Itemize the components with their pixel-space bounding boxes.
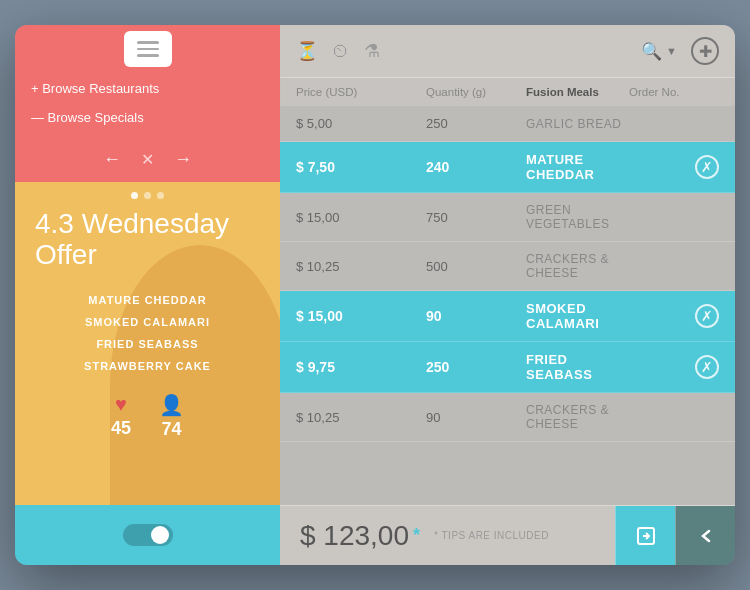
cell-price: $ 15,00 xyxy=(296,210,426,225)
remove-button[interactable]: ✗ xyxy=(695,155,719,179)
cell-name: MATURE CHEDDAR xyxy=(526,152,629,182)
cell-name: SMOKED CALAMARI xyxy=(526,301,629,331)
right-panel: ⏳ ⏲ ⚗ 🔍 ▼ ✚ Price (USD) Quantity (g) Fus… xyxy=(280,25,735,565)
search-chevron-icon: ▼ xyxy=(666,45,677,57)
total-section: $ 123,00 * * TIPS ARE INCLUDED xyxy=(280,520,615,552)
toggle-switch[interactable] xyxy=(123,524,173,546)
cell-name: GARLIC BREAD xyxy=(526,117,629,131)
table-row: $ 10,25 90 CRACKERS & CHEESE xyxy=(280,393,735,442)
browse-restaurants-item[interactable]: + Browse Restaurants xyxy=(31,79,264,98)
card-content: 4.3 Wednesday Offer MATURE CHEDDAR SMOKE… xyxy=(15,199,280,450)
app-container: + Browse Restaurants — Browse Specials ←… xyxy=(15,25,735,565)
social-stats: ♥ 45 👤 74 xyxy=(35,393,260,440)
cell-qty: 240 xyxy=(426,159,526,175)
search-icon: 🔍 xyxy=(641,41,662,62)
toggle-thumb xyxy=(151,526,169,544)
cell-price: $ 10,25 xyxy=(296,259,426,274)
heart-icon: ♥ xyxy=(115,393,127,416)
top-bar: + Browse Restaurants — Browse Specials xyxy=(15,25,280,141)
right-header: ⏳ ⏲ ⚗ 🔍 ▼ ✚ xyxy=(280,25,735,78)
nav-arrows: ← ✕ → xyxy=(15,141,280,182)
back-button[interactable] xyxy=(675,506,735,566)
history-icon[interactable]: ⏳ xyxy=(296,40,318,62)
table-row: $ 9,75 250 FRIED SEABASS ✗ xyxy=(280,342,735,393)
likes-stat: ♥ 45 xyxy=(111,393,131,440)
tips-note: * TIPS ARE INCLUDED xyxy=(434,530,549,541)
cell-price: $ 5,00 xyxy=(296,116,426,131)
offer-title: 4.3 Wednesday Offer xyxy=(35,209,260,271)
offer-item-2: SMOKED CALAMARI xyxy=(35,311,260,333)
cell-price: $ 10,25 xyxy=(296,410,426,425)
cell-qty: 250 xyxy=(426,359,526,375)
cell-name: CRACKERS & CHEESE xyxy=(526,252,629,280)
bottom-right-footer: $ 123,00 * * TIPS ARE INCLUDED xyxy=(280,505,735,565)
burger-menu-icon[interactable] xyxy=(124,31,172,67)
export-button[interactable] xyxy=(615,506,675,566)
flask-icon[interactable]: ⚗ xyxy=(364,40,380,62)
cell-price: $ 15,00 xyxy=(296,308,426,324)
export-icon xyxy=(635,525,657,547)
total-amount: $ 123,00 xyxy=(300,520,409,552)
back-arrow[interactable]: ← xyxy=(103,149,121,170)
table-row: $ 7,50 240 MATURE CHEDDAR ✗ xyxy=(280,142,735,193)
col-price-header: Price (USD) xyxy=(296,86,426,98)
cell-qty: 90 xyxy=(426,410,526,425)
cell-price: $ 9,75 xyxy=(296,359,426,375)
cell-qty: 250 xyxy=(426,116,526,131)
cell-name: CRACKERS & CHEESE xyxy=(526,403,629,431)
cell-name: GREEN VEGETABLES xyxy=(526,203,629,231)
table-row: $ 10,25 500 CRACKERS & CHEESE xyxy=(280,242,735,291)
table-row: $ 5,00 250 GARLIC BREAD xyxy=(280,106,735,142)
browse-specials-label: — Browse Specials xyxy=(31,110,144,125)
col-order-header: Order No. xyxy=(629,86,719,98)
close-button[interactable]: ✕ xyxy=(141,150,154,169)
likes-count: 45 xyxy=(111,418,131,439)
clock-icon[interactable]: ⏲ xyxy=(332,41,350,62)
followers-stat: 👤 74 xyxy=(159,393,184,440)
col-meal-header: Fusion Meals xyxy=(526,86,629,98)
table-row: $ 15,00 750 GREEN VEGETABLES xyxy=(280,193,735,242)
add-button[interactable]: ✚ xyxy=(691,37,719,65)
col-qty-header: Quantity (g) xyxy=(426,86,526,98)
column-headers: Price (USD) Quantity (g) Fusion Meals Or… xyxy=(280,78,735,106)
offer-item-1: MATURE CHEDDAR xyxy=(35,289,260,311)
table-body: $ 5,00 250 GARLIC BREAD $ 7,50 240 MATUR… xyxy=(280,106,735,505)
forward-arrow[interactable]: → xyxy=(174,149,192,170)
cell-qty: 750 xyxy=(426,210,526,225)
browse-specials-item[interactable]: — Browse Specials xyxy=(31,108,264,127)
remove-button[interactable]: ✗ xyxy=(695,355,719,379)
back-icon xyxy=(695,525,717,547)
offer-card: 4.3 Wednesday Offer MATURE CHEDDAR SMOKE… xyxy=(15,182,280,505)
offer-items-list: MATURE CHEDDAR SMOKED CALAMARI FRIED SEA… xyxy=(35,289,260,377)
offer-item-4: STRAWBERRY CAKE xyxy=(35,355,260,377)
cell-qty: 90 xyxy=(426,308,526,324)
browse-restaurants-label: + Browse Restaurants xyxy=(31,81,159,96)
offer-item-3: FRIED SEABASS xyxy=(35,333,260,355)
table-row: $ 15,00 90 SMOKED CALAMARI ✗ xyxy=(280,291,735,342)
total-asterisk: * xyxy=(413,525,420,546)
search-wrapper[interactable]: 🔍 ▼ xyxy=(641,41,677,62)
bottom-left-controls xyxy=(15,505,280,565)
cell-price: $ 7,50 xyxy=(296,159,426,175)
left-panel: + Browse Restaurants — Browse Specials ←… xyxy=(15,25,280,565)
person-icon: 👤 xyxy=(159,393,184,417)
followers-count: 74 xyxy=(162,419,182,440)
cell-name: FRIED SEABASS xyxy=(526,352,629,382)
remove-button[interactable]: ✗ xyxy=(695,304,719,328)
cell-qty: 500 xyxy=(426,259,526,274)
